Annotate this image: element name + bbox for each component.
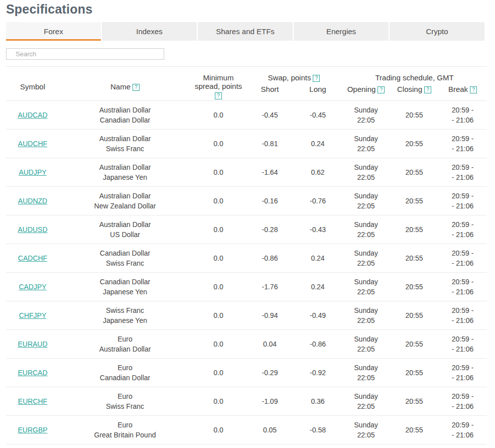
- table-row: EURGBP Euro Great Britain Pound 0.0 0.05…: [6, 416, 487, 444]
- min-spread-value: 0.0: [191, 416, 246, 444]
- symbol-link[interactable]: EURGBP: [18, 426, 47, 434]
- col-header-long-label: Long: [309, 85, 326, 93]
- symbol-link[interactable]: AUDJPY: [19, 168, 46, 176]
- col-group-swap-label: Swap, points: [268, 73, 311, 82]
- help-icon[interactable]: [378, 86, 385, 93]
- closing-value: 20:55: [390, 215, 438, 244]
- min-spread-value: 0.0: [191, 215, 246, 244]
- table-row: EURAUD Euro Australian Dollar 0.0 0.04 -…: [6, 330, 487, 359]
- table-row: AUDJPY Australian Dollar Japanese Yen 0.…: [6, 158, 487, 187]
- help-icon[interactable]: [313, 75, 320, 82]
- page-title: Specifications: [6, 2, 495, 17]
- instrument-name: Australian Dollar US Dollar: [59, 215, 191, 244]
- swap-short-value: -0.28: [246, 215, 294, 244]
- symbol-link[interactable]: AUDUSD: [18, 226, 47, 234]
- col-group-schedule: Trading schedule, GMT: [342, 67, 487, 83]
- symbol-link[interactable]: AUDNZD: [18, 197, 47, 205]
- min-spread-value: 0.0: [191, 387, 246, 416]
- min-spread-value: 0.0: [191, 101, 246, 130]
- instrument-name: Australian Dollar Canadian Dollar: [59, 101, 191, 130]
- help-icon[interactable]: [424, 86, 431, 93]
- tab-energies[interactable]: Energies: [294, 22, 389, 41]
- col-header-min-spread: Minimum spread, points: [191, 67, 246, 101]
- col-header-symbol-label: Symbol: [20, 82, 45, 91]
- symbol-link[interactable]: AUDCAD: [18, 111, 47, 119]
- opening-value: Sunday 22:05: [342, 301, 390, 330]
- break-value: 20:59 - - 21:06: [438, 215, 487, 244]
- instrument-name: Australian Dollar Swiss Franc: [59, 130, 191, 158]
- break-value: 20:59 - - 21:06: [438, 101, 487, 130]
- swap-long-value: 0.36: [294, 387, 342, 416]
- symbol-link[interactable]: CADCHF: [18, 254, 47, 262]
- table-row: EURCAD Euro Canadian Dollar 0.0 -0.29 -0…: [6, 359, 487, 387]
- closing-value: 20:55: [390, 244, 438, 273]
- symbol-link[interactable]: EURCHF: [18, 397, 47, 405]
- opening-value: Sunday 22:05: [342, 416, 390, 444]
- swap-long-value: -0.76: [294, 187, 342, 215]
- table-header: Symbol Name Minimum spread, points Swap,…: [6, 67, 487, 101]
- instrument-name: Australian Dollar New Zealand Dollar: [59, 187, 191, 215]
- tab-indexes[interactable]: Indexes: [102, 22, 197, 41]
- symbol-cell: EURGBP: [6, 416, 59, 444]
- swap-short-value: 0.05: [246, 416, 294, 444]
- opening-value: Sunday 22:05: [342, 359, 390, 387]
- opening-value: Sunday 22:05: [342, 330, 390, 359]
- symbol-cell: AUDUSD: [6, 215, 59, 244]
- swap-long-value: -0.49: [294, 301, 342, 330]
- swap-short-value: -1.64: [246, 158, 294, 187]
- min-spread-value: 0.0: [191, 301, 246, 330]
- help-icon[interactable]: [215, 92, 222, 99]
- closing-value: 20:55: [390, 301, 438, 330]
- swap-long-value: -0.43: [294, 215, 342, 244]
- col-header-symbol: Symbol: [6, 67, 59, 101]
- swap-short-value: -0.94: [246, 301, 294, 330]
- swap-long-value: 0.24: [294, 273, 342, 301]
- opening-value: Sunday 22:05: [342, 387, 390, 416]
- symbol-cell: EURAUD: [6, 330, 59, 359]
- col-header-break-label: Break: [448, 85, 468, 93]
- closing-value: 20:55: [390, 359, 438, 387]
- search-area: [6, 48, 495, 60]
- symbol-link[interactable]: EURAUD: [18, 340, 47, 348]
- help-icon[interactable]: [470, 86, 477, 93]
- symbol-link[interactable]: CADJPY: [19, 283, 46, 291]
- swap-long-value: -0.86: [294, 330, 342, 359]
- col-header-short-label: Short: [261, 85, 279, 93]
- break-value: 20:59 - - 21:06: [438, 187, 487, 215]
- symbol-link[interactable]: EURCAD: [18, 369, 47, 377]
- col-group-swap: Swap, points: [246, 67, 342, 83]
- swap-long-value: -0.92: [294, 359, 342, 387]
- opening-value: Sunday 22:05: [342, 158, 390, 187]
- spec-table-body: AUDCAD Australian Dollar Canadian Dollar…: [6, 101, 487, 444]
- search-input[interactable]: [6, 48, 164, 60]
- col-header-opening-label: Opening: [347, 85, 376, 93]
- instrument-name: Canadian Dollar Japanese Yen: [59, 273, 191, 301]
- tab-forex[interactable]: Forex: [6, 22, 101, 41]
- table-row: CADJPY Canadian Dollar Japanese Yen 0.0 …: [6, 273, 487, 301]
- swap-short-value: -0.16: [246, 187, 294, 215]
- instrument-name: Euro Swiss Franc: [59, 387, 191, 416]
- break-value: 20:59 - - 21:06: [438, 359, 487, 387]
- symbol-cell: CADJPY: [6, 273, 59, 301]
- col-header-closing: Closing: [390, 83, 438, 101]
- symbol-cell: AUDNZD: [6, 187, 59, 215]
- opening-value: Sunday 22:05: [342, 187, 390, 215]
- col-header-name-label: Name: [110, 82, 131, 91]
- instrument-tabs: Forex Indexes Shares and ETFs Energies C…: [6, 22, 484, 41]
- tab-shares-etfs[interactable]: Shares and ETFs: [198, 22, 293, 41]
- swap-long-value: 0.24: [294, 244, 342, 273]
- closing-value: 20:55: [390, 101, 438, 130]
- swap-short-value: -1.76: [246, 273, 294, 301]
- symbol-cell: AUDCAD: [6, 101, 59, 130]
- table-row: EURCHF Euro Swiss Franc 0.0 -1.09 0.36 S…: [6, 387, 487, 416]
- min-spread-value: 0.0: [191, 330, 246, 359]
- symbol-link[interactable]: AUDCHF: [18, 140, 47, 148]
- col-header-closing-label: Closing: [397, 85, 422, 93]
- closing-value: 20:55: [390, 187, 438, 215]
- swap-short-value: -0.81: [246, 130, 294, 158]
- tab-crypto[interactable]: Crypto: [390, 22, 484, 41]
- opening-value: Sunday 22:05: [342, 130, 390, 158]
- closing-value: 20:55: [390, 158, 438, 187]
- symbol-link[interactable]: CHFJPY: [19, 311, 46, 319]
- help-icon[interactable]: [133, 84, 140, 91]
